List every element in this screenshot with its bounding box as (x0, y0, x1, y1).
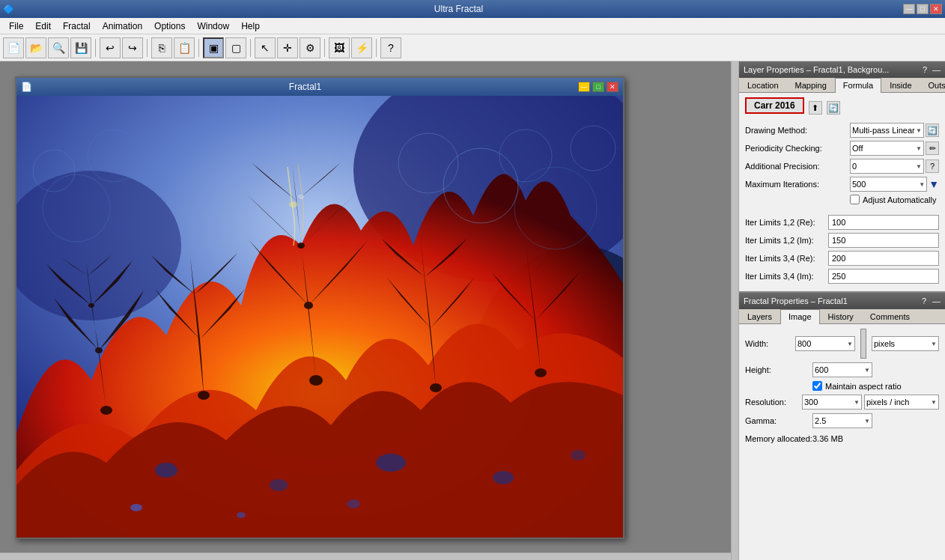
svg-point-13 (535, 368, 547, 377)
gamma-dropdown[interactable]: 2.5 ▼ (812, 413, 872, 428)
pixels-dropdown[interactable]: pixels ▼ (872, 336, 939, 351)
vertical-scrollbar[interactable] (731, 61, 738, 560)
fractal-image (16, 96, 623, 538)
toolbar-copy-button[interactable]: ⎘ (151, 37, 172, 58)
menu-options[interactable]: Options (148, 19, 191, 33)
toolbar-copy-img-button[interactable]: 🖼 (329, 37, 350, 58)
menu-help[interactable]: Help (235, 19, 266, 33)
svg-point-10 (304, 302, 313, 309)
title-minimize-button[interactable]: — (903, 4, 915, 14)
toolbar-rect-select-button[interactable]: ▣ (203, 37, 224, 58)
toolbar: 📄 📂 🔍 💾 ↩ ↪ ⎘ 📋 ▣ ▢ ↖ ✛ ⚙ 🖼 ⚡ ? (0, 34, 945, 61)
iter-limits-34-im-input[interactable]: 250 (828, 269, 939, 284)
title-maximize-button[interactable]: □ (917, 4, 929, 14)
tab-outside[interactable]: Outside (920, 78, 946, 92)
tab-image[interactable]: Image (780, 309, 820, 324)
tab-location[interactable]: Location (739, 78, 787, 92)
svg-point-11 (297, 243, 305, 249)
svg-point-20 (237, 512, 246, 518)
svg-point-14 (155, 463, 177, 478)
svg-point-5 (100, 406, 112, 415)
fractal-maximize-button[interactable]: □ (592, 82, 604, 92)
toolbar-plugin-button[interactable]: ⚡ (351, 37, 372, 58)
fractal-minimize-button[interactable]: — (578, 82, 590, 92)
width-control: 800 ▼ pixels ▼ (795, 329, 939, 359)
tab-comments[interactable]: Comments (862, 309, 918, 323)
menu-edit[interactable]: Edit (29, 19, 57, 33)
toolbar-zoom-box-button[interactable]: ▢ (225, 37, 246, 58)
drawing-method-dropdown[interactable]: Multi-pass Linear ▼ (850, 123, 924, 138)
toolbar-paste-button[interactable]: 📋 (174, 37, 195, 58)
tab-formula[interactable]: Formula (835, 78, 881, 93)
memory-allocated-label: Memory allocated: (745, 434, 812, 443)
height-dropdown[interactable]: 600 ▼ (812, 362, 872, 377)
max-iter-down-arrow[interactable]: ▼ (929, 178, 939, 190)
resolution-dropdown[interactable]: 300 ▼ (802, 395, 862, 410)
toolbar-open-button[interactable]: 📂 (25, 37, 46, 58)
horizontal-scrollbar[interactable] (0, 553, 731, 560)
app-icon: 🔷 (3, 4, 14, 14)
maintain-aspect-ratio-label: Maintain aspect ratio (825, 382, 902, 391)
menu-animation[interactable]: Animation (97, 19, 148, 33)
toolbar-pointer-button[interactable]: ↖ (255, 37, 276, 58)
additional-precision-dropdown[interactable]: 0 ▼ (850, 159, 924, 174)
maximum-iterations-label: Maximum Iterations: (745, 180, 850, 189)
formula-upload-icon[interactable]: ⬆ (809, 101, 822, 115)
svg-point-7 (88, 303, 94, 308)
toolbar-redo-button[interactable]: ↪ (122, 37, 143, 58)
tab-layers[interactable]: Layers (739, 309, 780, 323)
resolution-label: Resolution: (745, 398, 802, 407)
iter-limits-34-re-row: Iter Limits 3,4 (Re): 200 (745, 251, 939, 266)
fractal-props-min-icon[interactable]: — (932, 296, 941, 305)
toolbar-crosshair-button[interactable]: ✛ (277, 37, 298, 58)
periodicity-dropdown[interactable]: Off ▼ (850, 141, 924, 156)
tab-inside[interactable]: Inside (881, 78, 920, 92)
layer-props-help-icon[interactable]: ? (923, 65, 927, 74)
toolbar-help-button[interactable]: ? (380, 37, 401, 58)
tab-history[interactable]: History (820, 309, 862, 323)
toolbar-sep-3 (198, 39, 199, 57)
formula-button[interactable]: Carr 2016 (745, 97, 804, 114)
title-bar-controls: — □ ✕ (903, 4, 942, 14)
additional-precision-help-icon[interactable]: ? (926, 159, 939, 173)
iter-limits-12-im-label: Iter Limits 1,2 (Im): (745, 236, 828, 245)
resolution-unit-dropdown[interactable]: pixels / inch ▼ (864, 395, 939, 410)
fractal-props-help-icon[interactable]: ? (922, 296, 926, 305)
toolbar-new-button[interactable]: 📄 (3, 37, 24, 58)
adjust-automatically-checkbox[interactable] (850, 195, 860, 204)
formula-refresh-icon[interactable]: 🔄 (827, 101, 840, 115)
iter-limits-34-re-input[interactable]: 200 (828, 251, 939, 266)
toolbar-browse-button[interactable]: 🔍 (48, 37, 69, 58)
fractal-window: 📄 Fractal1 — □ ✕ (15, 76, 625, 539)
toolbar-undo-button[interactable]: ↩ (100, 37, 121, 58)
width-dropdown[interactable]: 800 ▼ (795, 336, 855, 351)
toolbar-render-button[interactable]: ⚙ (300, 37, 320, 58)
layer-properties-panel: Layer Properties – Fractal1, Backgrou...… (739, 61, 945, 293)
menu-file[interactable]: File (3, 19, 29, 33)
menu-window[interactable]: Window (191, 19, 235, 33)
gamma-row: Gamma: 2.5 ▼ (745, 413, 939, 428)
svg-point-16 (376, 454, 406, 472)
resolution-control: 300 ▼ pixels / inch ▼ (802, 395, 939, 410)
fractal-props-content: Width: 800 ▼ pixels ▼ (739, 324, 945, 448)
layer-props-header-controls: ? — (923, 65, 941, 74)
menu-fractal[interactable]: Fractal (57, 19, 97, 33)
drawing-method-refresh-icon[interactable]: 🔄 (926, 124, 939, 137)
iter-limits-12-im-input[interactable]: 150 (828, 233, 939, 248)
title-close-button[interactable]: ✕ (930, 4, 942, 14)
periodicity-edit-icon[interactable]: ✏ (926, 141, 939, 155)
gamma-label: Gamma: (745, 416, 812, 425)
iter-limits-12-re-input[interactable]: 100 (828, 215, 939, 230)
title-bar-title: Ultra Fractal (14, 4, 903, 14)
layer-props-min-icon[interactable]: — (932, 65, 941, 74)
toolbar-save-button[interactable]: 💾 (70, 37, 91, 58)
maximum-iterations-dropdown[interactable]: 500 ▼ (850, 177, 927, 192)
tab-mapping[interactable]: Mapping (787, 78, 835, 92)
fractal-close-button[interactable]: ✕ (607, 82, 619, 92)
maintain-aspect-ratio-checkbox[interactable] (812, 381, 822, 391)
toolbar-sep-5 (324, 39, 325, 57)
adjust-automatically-label: Adjust Automatically (863, 195, 936, 204)
additional-precision-label: Additional Precision: (745, 162, 850, 171)
menu-bar: File Edit Fractal Animation Options Wind… (0, 18, 945, 34)
fractal-canvas[interactable] (16, 96, 623, 538)
